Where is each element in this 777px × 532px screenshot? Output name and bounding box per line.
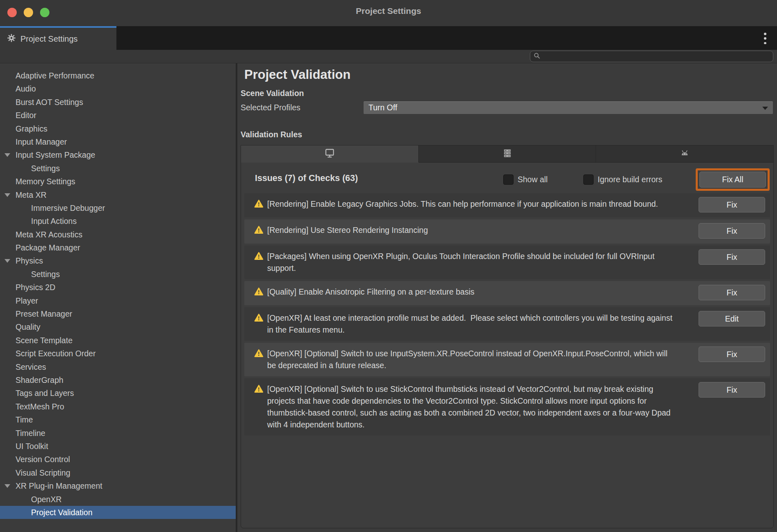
fix-all-button[interactable]: Fix All (699, 172, 766, 188)
sidebar-item-label: ShaderGraph (16, 376, 63, 384)
sidebar-item[interactable]: Quality (0, 320, 236, 333)
sidebar-item-label: Project Validation (31, 508, 92, 517)
selected-profiles-value: Turn Off (368, 103, 397, 112)
sidebar-item-label: Immersive Debugger (31, 203, 105, 212)
ignore-build-errors-checkbox[interactable] (583, 174, 594, 185)
search-box[interactable] (530, 51, 773, 62)
sidebar-item-label: Settings (31, 270, 60, 279)
sidebar-item-label: UI Toolkit (16, 442, 48, 451)
page-title: Project Validation (244, 67, 351, 82)
sidebar-item-label: Preset Manager (16, 309, 72, 318)
issue-row: [Packages] When using OpenXR Plugin, Ocu… (244, 246, 770, 279)
sidebar-item[interactable]: Physics 2D (0, 281, 236, 294)
sidebar-item[interactable]: Input Actions (0, 215, 236, 228)
content-area: Adaptive Performance Audio Burst AOT Set… (0, 63, 777, 532)
issue-action-button[interactable]: Fix (699, 249, 765, 265)
sidebar-item-label: Editor (16, 111, 36, 120)
warning-icon (254, 252, 263, 262)
warning-icon (254, 226, 263, 236)
tab-platform-server[interactable] (419, 145, 596, 163)
sidebar-item[interactable]: Tags and Layers (0, 387, 236, 400)
android-icon (679, 148, 690, 161)
issue-text: [OpenXR] [Optional] Switch to use InputS… (267, 348, 676, 371)
sidebar-item[interactable]: Settings (0, 162, 236, 175)
sidebar-item-label: Meta XR (16, 190, 47, 199)
sidebar-item[interactable]: UI Toolkit (0, 440, 236, 453)
tab-project-settings-label: Project Settings (20, 34, 78, 44)
sidebar-item[interactable]: Input System Package (0, 148, 236, 161)
sidebar-item-label: Player (16, 296, 38, 305)
sidebar-item[interactable]: Adaptive Performance (0, 69, 236, 82)
sidebar-item[interactable]: Services (0, 360, 236, 373)
issue-row: [Rendering] Use Stereo Rendering Instanc… (244, 219, 770, 244)
sidebar-item[interactable]: Project Validation (0, 506, 236, 519)
sidebar-item[interactable]: Visual Scripting (0, 466, 236, 479)
warning-icon (254, 287, 263, 297)
sidebar-item[interactable]: Script Execution Order (0, 347, 236, 360)
sidebar-item[interactable]: ShaderGraph (0, 373, 236, 387)
issue-action-button[interactable]: Fix (699, 382, 765, 398)
sidebar-item[interactable]: TextMesh Pro (0, 400, 236, 413)
sidebar-item-label: Audio (16, 84, 36, 93)
warning-icon (254, 384, 263, 395)
issue-action-button[interactable]: Fix (699, 346, 765, 362)
issue-action-button[interactable]: Fix (699, 197, 765, 212)
sidebar-item[interactable]: Settings (0, 268, 236, 281)
sidebar-item-label: Input Manager (16, 137, 67, 146)
sidebar-item[interactable]: Editor (0, 109, 236, 122)
sidebar-item-label: Quality (16, 322, 40, 331)
issues-header: Issues (7) of Checks (63) (255, 173, 358, 183)
issue-text: [Rendering] Use Stereo Rendering Instanc… (267, 224, 428, 236)
sidebar-item[interactable]: Timeline (0, 427, 236, 440)
sidebar-item-label: Tags and Layers (16, 389, 74, 398)
issue-text: [OpenXR] At least one interaction profil… (267, 312, 676, 336)
foldout-triangle-icon (4, 259, 10, 263)
sidebar-item-label: Input System Package (16, 150, 95, 159)
sidebar-item[interactable]: Burst AOT Settings (0, 96, 236, 109)
issue-row: [Rendering] Enable Legacy Graphics Jobs.… (244, 193, 770, 217)
kebab-menu-icon[interactable] (764, 33, 767, 44)
issue-action-button[interactable]: Edit (699, 311, 765, 326)
sidebar-item[interactable]: Meta XR Acoustics (0, 228, 236, 241)
tab-project-settings[interactable]: Project Settings (0, 26, 116, 50)
sidebar-item[interactable]: Meta XR (0, 188, 236, 201)
sidebar-item[interactable]: Memory Settings (0, 175, 236, 188)
sidebar-item-label: Input Actions (31, 217, 77, 226)
sidebar-item[interactable]: Version Control (0, 453, 236, 466)
sidebar-item-label: Memory Settings (16, 177, 75, 186)
scene-validation-heading: Scene Validation (241, 89, 304, 98)
sidebar-item[interactable]: Scene Template (0, 334, 236, 347)
gear-icon (7, 33, 16, 45)
tab-platform-android[interactable] (596, 145, 773, 163)
sidebar-item[interactable]: XR Plug-in Management (0, 479, 236, 492)
sidebar-item-label: XR Plug-in Management (16, 481, 102, 490)
show-all-checkbox[interactable] (503, 174, 514, 185)
sidebar-item[interactable]: Input Manager (0, 135, 236, 148)
sidebar-item[interactable]: Preset Manager (0, 307, 236, 320)
sidebar-item-label: Version Control (16, 455, 70, 464)
sidebar-item[interactable]: Time (0, 413, 236, 426)
validation-rules-panel: Issues (7) of Checks (63) Show all Ignor… (241, 145, 774, 528)
sidebar-item-label: Script Execution Order (16, 349, 96, 358)
sidebar-item[interactable]: Immersive Debugger (0, 201, 236, 215)
monitor-icon (324, 148, 335, 161)
sidebar-item[interactable]: Physics (0, 254, 236, 267)
sidebar-item-label: TextMesh Pro (16, 402, 64, 411)
issue-text: [Packages] When using OpenXR Plugin, Ocu… (267, 250, 676, 274)
sidebar-item[interactable]: Audio (0, 82, 236, 95)
issue-text: [OpenXR] [Optional] Switch to use StickC… (267, 383, 676, 431)
tab-platform-desktop[interactable] (241, 145, 419, 163)
selected-profiles-dropdown[interactable]: Turn Off (363, 101, 773, 114)
sidebar-item-label: Graphics (16, 124, 47, 133)
sidebar-item[interactable]: Package Manager (0, 241, 236, 254)
search-input[interactable] (543, 52, 765, 61)
sidebar-item[interactable]: OpenXR (0, 493, 236, 506)
issue-action-button[interactable]: Fix (699, 285, 765, 300)
warning-icon (254, 313, 263, 324)
sidebar-item[interactable]: Graphics (0, 122, 236, 135)
server-rack-icon (502, 148, 513, 161)
project-validation-pane: Project Validation Scene Validation Sele… (237, 63, 777, 532)
sidebar-item-label: Meta XR Acoustics (16, 230, 83, 239)
sidebar-item[interactable]: Player (0, 294, 236, 307)
issue-action-button[interactable]: Fix (699, 223, 765, 239)
